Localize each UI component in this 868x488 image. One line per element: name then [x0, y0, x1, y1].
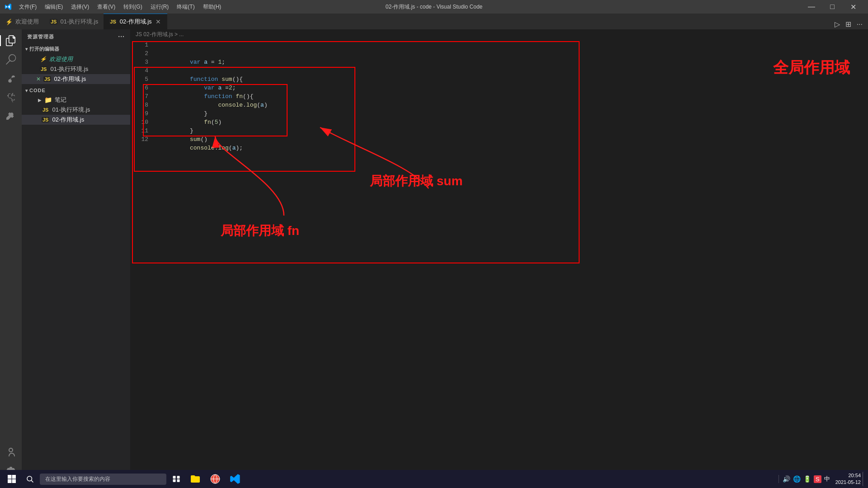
activity-account[interactable]	[3, 445, 19, 460]
menu-goto[interactable]: 转到(G)	[120, 2, 146, 12]
activity-run-debug[interactable]	[3, 90, 19, 105]
menu-run[interactable]: 运行(R)	[147, 2, 173, 12]
code-line-1	[153, 41, 868, 49]
taskbar-app-browser[interactable]	[207, 471, 223, 487]
sidebar: 资源管理器 ··· ▾ 打开的编辑器 ⚡ 欢迎使用 JS 01-执行环境.js …	[22, 29, 130, 483]
tray-icon-3[interactable]: 🔋	[803, 475, 811, 483]
activity-extensions[interactable]	[3, 109, 19, 124]
svg-rect-9	[173, 479, 176, 482]
svg-rect-4	[12, 479, 16, 483]
sidebar-file-scope[interactable]: JS 02-作用域.js	[22, 115, 130, 125]
input-method-icon[interactable]: S	[814, 475, 821, 483]
code-line-11: sum()	[153, 127, 868, 135]
menu-edit[interactable]: 编辑(E)	[41, 2, 66, 12]
activity-source-control[interactable]	[3, 71, 19, 86]
vscode-logo-icon	[5, 3, 12, 10]
sidebar-more-options[interactable]: ···	[118, 33, 125, 40]
more-actions-button[interactable]: ···	[855, 19, 864, 29]
tab-scope-close[interactable]: ✕	[155, 18, 162, 26]
js-file-icon-1: JS	[43, 76, 51, 82]
vscode-file-icon: ⚡	[40, 56, 47, 62]
menu-view[interactable]: 查看(V)	[94, 2, 119, 12]
menu-select[interactable]: 选择(V)	[67, 2, 93, 12]
code-area[interactable]: 1 2 3 4 5 6 7 8 9 10 11 12 var a = 1;	[130, 39, 868, 483]
sidebar-item-welcome[interactable]: ⚡ 欢迎使用	[22, 54, 130, 64]
svg-line-6	[31, 480, 33, 482]
code-section-label: CODE	[29, 88, 46, 93]
code-line-6: function fn(){	[153, 84, 868, 92]
menu-terminal[interactable]: 终端(T)	[173, 2, 198, 12]
taskbar-right: 🔊 🌐 🔋 S 中 20:54 2021-05-12	[778, 472, 864, 486]
svg-rect-3	[8, 479, 11, 483]
folder-icon: 📁	[44, 96, 52, 103]
sidebar-item-scope[interactable]: ✕ JS 02-作用域.js	[22, 74, 130, 84]
sidebar-item-welcome-label: 欢迎使用	[49, 55, 73, 63]
taskbar-time-display: 20:54	[835, 472, 861, 479]
tab-scope-label: 02-作用域.js	[120, 18, 152, 26]
system-tray: 🔊 🌐 🔋 S 中	[778, 475, 834, 483]
taskbar-app-vscode[interactable]	[227, 471, 243, 487]
show-desktop-button[interactable]	[863, 472, 864, 486]
sidebar-file-scope-label: 02-作用域.js	[52, 116, 84, 124]
activity-explorer[interactable]	[3, 33, 19, 48]
breadcrumb-path: JS 02-作用域.js > ...	[136, 31, 184, 38]
js-file-icon-3: JS	[42, 117, 49, 122]
js-file-icon-2: JS	[42, 107, 49, 113]
modified-icon: ✕	[36, 76, 41, 82]
split-editor-button[interactable]: ⊞	[844, 19, 853, 29]
tab-exec-env-label: 01-执行环境.js	[60, 18, 98, 26]
chinese-input-icon[interactable]: 中	[824, 475, 830, 483]
taskbar-app-file-explorer[interactable]	[187, 471, 203, 487]
taskbar: 在这里输入你要搜索的内容 🔊 🌐 🔋 S 中 20:54 2021-05-12	[0, 470, 868, 488]
js-icon-execenv: JS	[50, 19, 57, 24]
code-line-4: function sum(){	[153, 66, 868, 75]
tab-welcome-label: 欢迎使用	[15, 18, 39, 26]
activity-bar	[0, 29, 22, 483]
sidebar-folder-notes-label: 笔记	[55, 96, 66, 104]
code-content[interactable]: var a = 1; function sum(){ var a =2; fun…	[153, 39, 868, 483]
start-button[interactable]	[4, 471, 20, 487]
tray-icon-2[interactable]: 🌐	[793, 475, 801, 483]
open-editors-label: 打开的编辑器	[29, 46, 59, 52]
tab-run-icons: ▷ ⊞ ···	[833, 19, 868, 29]
search-button[interactable]	[22, 471, 38, 487]
titlebar-left: 文件(F) 编辑(E) 选择(V) 查看(V) 转到(G) 运行(R) 终端(T…	[5, 2, 225, 12]
close-button[interactable]: ✕	[843, 0, 863, 14]
taskbar-clock[interactable]: 20:54 2021-05-12	[835, 472, 861, 486]
titlebar: 文件(F) 编辑(E) 选择(V) 查看(V) 转到(G) 运行(R) 终端(T…	[0, 0, 868, 14]
js-icon-scope: JS	[109, 19, 117, 24]
main-layout: 资源管理器 ··· ▾ 打开的编辑器 ⚡ 欢迎使用 JS 01-执行环境.js …	[0, 29, 868, 483]
sidebar-open-editors[interactable]: ▾ 打开的编辑器	[22, 44, 130, 54]
minimize-button[interactable]: —	[801, 0, 822, 14]
tab-scope[interactable]: JS 02-作用域.js ✕	[104, 14, 167, 29]
sidebar-file-exec-env[interactable]: JS 01-执行环境.js	[22, 105, 130, 115]
code-line-9: fn(5)	[153, 109, 868, 118]
code-line-5: var a =2;	[153, 75, 868, 84]
chevron-right-icon: ▶	[38, 98, 42, 103]
sidebar-item-scope-label: 02-作用域.js	[54, 75, 86, 83]
tray-icon-1[interactable]: 🔊	[783, 475, 790, 483]
sidebar-item-exec-env[interactable]: JS 01-执行环境.js	[22, 64, 130, 74]
svg-rect-1	[8, 475, 11, 479]
svg-rect-7	[173, 476, 176, 479]
editor-container: JS 02-作用域.js > ... 1 2 3 4 5 6 7 8 9 10 …	[130, 29, 868, 483]
sidebar-header-label: 资源管理器	[27, 33, 54, 40]
breadcrumb: JS 02-作用域.js > ...	[130, 29, 868, 39]
tab-exec-env[interactable]: JS 01-执行环境.js	[44, 14, 104, 29]
taskbar-search-bar[interactable]: 在这里输入你要搜索的内容	[40, 474, 166, 485]
run-button[interactable]: ▷	[833, 19, 842, 29]
sidebar-code-section[interactable]: ▾ CODE	[22, 86, 130, 95]
menu-file[interactable]: 文件(F)	[15, 2, 40, 12]
menu-help[interactable]: 帮助(H)	[199, 2, 225, 12]
chevron-down-icon: ▾	[25, 47, 28, 52]
task-view-button[interactable]	[168, 471, 184, 487]
code-line-10: }	[153, 118, 868, 127]
sidebar-item-exec-env-label: 01-执行环境.js	[50, 65, 88, 73]
activity-search[interactable]	[3, 52, 19, 67]
tab-welcome[interactable]: ⚡ 欢迎使用	[0, 14, 44, 29]
sidebar-folder-notes[interactable]: ▶ 📁 笔记	[22, 95, 130, 105]
line-numbers: 1 2 3 4 5 6 7 8 9 10 11 12	[130, 39, 153, 483]
vscode-icon: ⚡	[5, 19, 13, 25]
maximize-button[interactable]: □	[822, 0, 843, 14]
js-file-icon-0: JS	[40, 66, 47, 72]
